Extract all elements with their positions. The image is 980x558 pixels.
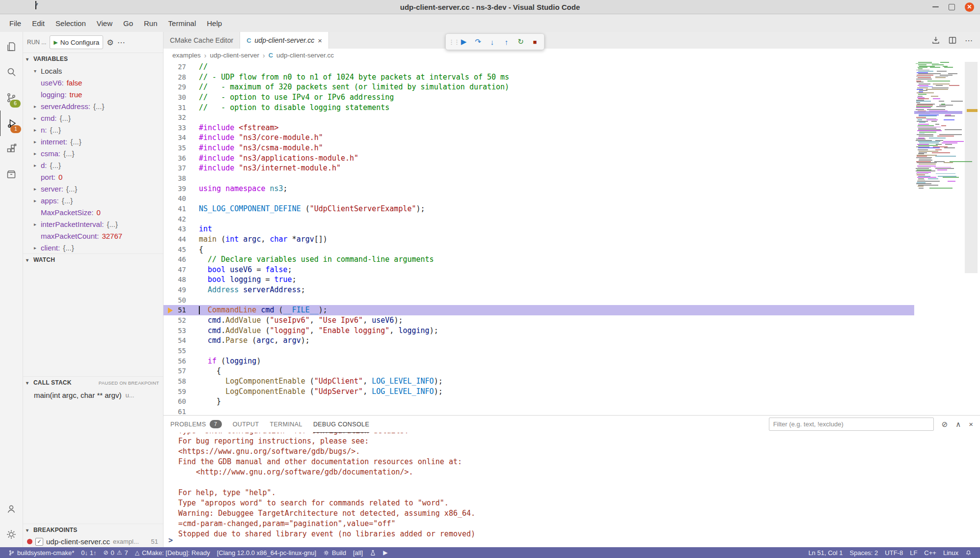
menu-go[interactable]: Go: [118, 17, 138, 30]
code-line[interactable]: 61: [163, 407, 914, 415]
stack-frame-row[interactable]: main(int argc, char ** argv) u...: [23, 389, 163, 401]
code-line[interactable]: 56 if (logging): [163, 356, 914, 366]
code-line[interactable]: 46 // Declare variables used in command-…: [163, 254, 914, 265]
line-number[interactable]: 41: [163, 204, 186, 214]
eol-status[interactable]: LF: [906, 549, 921, 557]
call-stack-header[interactable]: ▾ CALL STACK PAUSED ON BREAKPOINT: [23, 376, 163, 389]
breakpoint-row[interactable]: ✓ udp-client-server.cc exampl... 51: [23, 536, 163, 547]
code-line[interactable]: 52 cmd.AddValue ("useIpv6", "Use Ipv6", …: [163, 315, 914, 326]
code-line[interactable]: 45{: [163, 245, 914, 255]
tab-problems[interactable]: PROBLEMS 7: [170, 416, 222, 433]
line-number[interactable]: 52: [163, 315, 186, 326]
variable-row[interactable]: useV6:false: [23, 77, 163, 88]
code-line[interactable]: 50: [163, 295, 914, 306]
tab-output[interactable]: OUTPUT: [233, 416, 259, 433]
code-line[interactable]: 35#include "ns3/csma-module.h": [163, 143, 914, 153]
code-line[interactable]: 30// - option to use IPv4 or IPv6 addres…: [163, 92, 914, 103]
menu-file[interactable]: File: [4, 17, 27, 30]
code-line[interactable]: 47 bool useV6 = false;: [163, 265, 914, 275]
indentation-status[interactable]: Spaces: 2: [846, 549, 882, 557]
menu-run[interactable]: Run: [138, 17, 163, 30]
menu-help[interactable]: Help: [201, 17, 227, 30]
line-number[interactable]: 27: [163, 62, 186, 72]
code-line[interactable]: 58 LogComponentEnable ("UdpClient", LOG_…: [163, 376, 914, 387]
variable-row[interactable]: MaxPacketSize:0: [23, 206, 163, 218]
launch-config-dropdown[interactable]: ▶ No Configura ▾: [50, 35, 103, 49]
step-out-button[interactable]: ↑: [500, 35, 513, 48]
variable-row[interactable]: ▸csma:{...}: [23, 147, 163, 159]
variable-row[interactable]: ▸d:{...}: [23, 159, 163, 171]
close-button[interactable]: ✕: [965, 2, 974, 12]
cmake-target[interactable]: [all]: [350, 547, 366, 558]
code-line[interactable]: 33#include <fstream>: [163, 123, 914, 133]
breakpoint-checkbox[interactable]: ✓: [35, 538, 43, 546]
code-line[interactable]: 57 {: [163, 366, 914, 376]
maximize-button[interactable]: [949, 4, 955, 10]
variable-row[interactable]: ▸n:{...}: [23, 124, 163, 136]
notifications-bell[interactable]: [962, 550, 975, 556]
ctest-button[interactable]: [366, 547, 380, 558]
menu-selection[interactable]: Selection: [50, 17, 91, 30]
code-line[interactable]: 41NS_LOG_COMPONENT_DEFINE ("UdpClientSer…: [163, 204, 914, 214]
line-number[interactable]: 40: [163, 194, 186, 204]
breadcrumb-folder[interactable]: udp-client-server: [210, 52, 259, 59]
stop-button[interactable]: ■: [528, 35, 542, 48]
continue-button[interactable]: ▶: [457, 35, 470, 48]
line-number[interactable]: 49: [163, 285, 186, 295]
cmake-kit[interactable]: [Clang 12.0.0 x86_64-pc-linux-gnu]: [214, 547, 320, 558]
code-line[interactable]: 27//: [163, 62, 914, 72]
code-line[interactable]: 43int: [163, 224, 914, 234]
explorer-icon[interactable]: [0, 34, 23, 59]
run-debug-icon[interactable]: 1: [0, 111, 23, 136]
code-line[interactable]: 38: [163, 173, 914, 184]
variable-row[interactable]: ▸serverAddress:{...}: [23, 100, 163, 112]
search-icon[interactable]: [0, 59, 23, 85]
code-line[interactable]: 49 Address serverAddress;: [163, 285, 914, 295]
breakpoints-header[interactable]: ▾ BREAKPOINTS: [23, 524, 163, 536]
code-line[interactable]: 29// - maximum of 320 packets sent (or l…: [163, 82, 914, 92]
archive-icon[interactable]: [0, 162, 23, 187]
line-number[interactable]: 35: [163, 143, 186, 153]
line-number[interactable]: 36: [163, 153, 186, 164]
breadcrumb-examples[interactable]: examples: [172, 52, 201, 59]
variable-row[interactable]: ▸cmd:{...}: [23, 112, 163, 124]
line-number[interactable]: 57: [163, 366, 186, 376]
scrollbar-slider[interactable]: [965, 62, 978, 273]
problems-status[interactable]: ⊘ 0 ⚠ 7: [100, 547, 131, 558]
watch-header[interactable]: ▾ WATCH: [23, 253, 163, 266]
code-line[interactable]: 59 LogComponentEnable ("UdpServer", LOG_…: [163, 387, 914, 397]
line-number[interactable]: 58: [163, 376, 186, 387]
variable-row[interactable]: ▸internet:{...}: [23, 136, 163, 147]
variable-row[interactable]: port:0: [23, 171, 163, 183]
code-line[interactable]: 60 }: [163, 396, 914, 407]
variable-row[interactable]: logging:true: [23, 88, 163, 100]
breadcrumb-file[interactable]: udp-client-server.cc: [276, 52, 334, 59]
code-line[interactable]: 36#include "ns3/applications-module.h": [163, 153, 914, 164]
code-line[interactable]: 28// - UDP flow from n0 to n1 of 1024 by…: [163, 72, 914, 83]
debug-console[interactable]: Type "show configuration" for configurat…: [163, 433, 980, 547]
debug-launch-button[interactable]: ▶: [380, 547, 391, 558]
drag-handle[interactable]: ⋮⋮: [448, 38, 456, 46]
menu-edit[interactable]: Edit: [27, 17, 50, 30]
code-line[interactable]: 55: [163, 346, 914, 356]
vertical-scrollbar[interactable]: [962, 62, 980, 415]
account-icon[interactable]: [0, 496, 23, 522]
split-editor-icon[interactable]: [948, 36, 957, 45]
line-number[interactable]: 46: [163, 254, 186, 265]
line-number[interactable]: 50: [163, 295, 186, 306]
line-number[interactable]: 55: [163, 346, 186, 356]
line-number[interactable]: 44: [163, 234, 186, 245]
code-line[interactable]: 39using namespace ns3;: [163, 184, 914, 194]
line-number[interactable]: 54: [163, 335, 186, 346]
line-number[interactable]: 38: [163, 173, 186, 184]
code-line[interactable]: 54 cmd.Parse (argc, argv);: [163, 335, 914, 346]
git-sync-status[interactable]: 0↓ 1↑: [78, 547, 100, 558]
console-prompt[interactable]: >: [168, 535, 173, 546]
minimize-button[interactable]: [932, 6, 939, 7]
line-number[interactable]: 39: [163, 184, 186, 194]
line-number[interactable]: 51: [163, 305, 186, 315]
cmake-build-button[interactable]: Build: [320, 547, 350, 558]
step-over-button[interactable]: ↷: [471, 35, 485, 48]
more-actions-icon[interactable]: ⋯: [117, 38, 126, 47]
close-tab-icon[interactable]: ×: [318, 36, 322, 45]
